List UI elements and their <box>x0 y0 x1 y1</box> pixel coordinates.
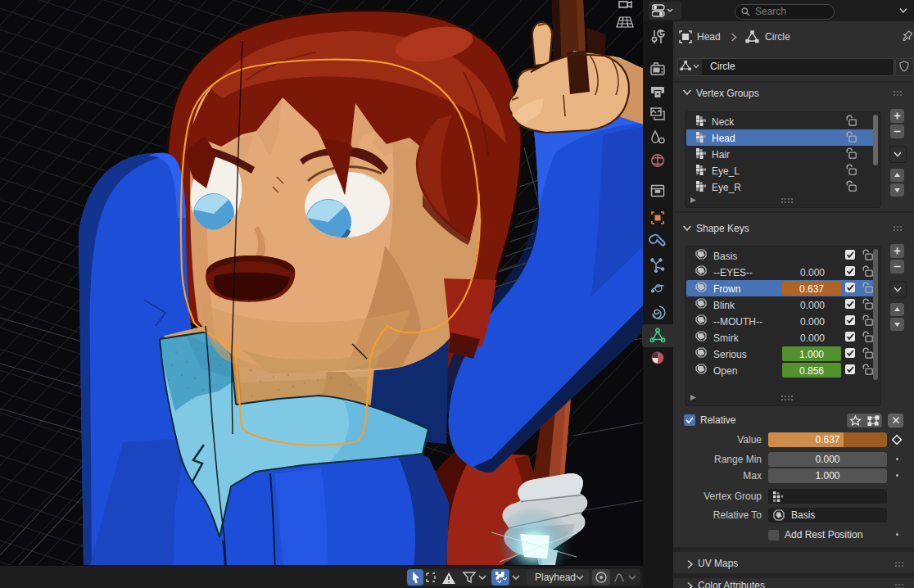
svg-text:Playhead: Playhead <box>535 572 576 583</box>
